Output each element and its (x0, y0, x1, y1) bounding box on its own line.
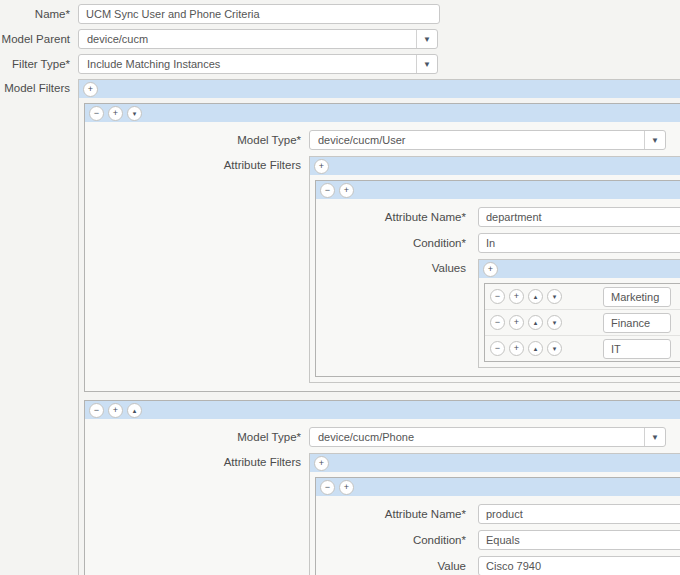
model-type-row: Model Type* device/cucm/User ▼ (85, 130, 680, 150)
model-type-value: device/cucm/Phone (310, 428, 644, 446)
values-add-bar: + (479, 260, 680, 278)
model-filter-item-toolbar: − + ▴ (85, 401, 680, 419)
attribute-filter-item: − + Attribute Name* Conditio (315, 477, 680, 575)
model-type-label: Model Type* (85, 130, 309, 150)
add-attribute-filter-button[interactable]: + (314, 456, 329, 471)
attribute-name-label: Attribute Name* (316, 504, 478, 524)
add-item-button[interactable]: + (339, 480, 354, 495)
model-filter-item-phone: − + ▴ Model Type* device/cucm/Phone ▼ At… (84, 400, 680, 575)
value-row-finance: − + ▴ ▾ (485, 310, 680, 336)
move-down-button[interactable]: ▾ (547, 315, 562, 330)
add-item-button[interactable]: + (339, 183, 354, 198)
filter-type-row: Filter Type* Include Matching Instances … (0, 54, 680, 74)
move-down-button[interactable]: ▾ (547, 341, 562, 356)
model-parent-label: Model Parent (0, 29, 78, 49)
condition-label: Condition* (316, 530, 478, 550)
remove-item-button[interactable]: − (320, 183, 335, 198)
value-input[interactable] (603, 287, 671, 307)
move-down-button[interactable]: ▾ (547, 289, 562, 304)
model-filter-item-body: Model Type* device/cucm/Phone ▼ Attribut… (85, 419, 680, 575)
remove-value-button[interactable]: − (490, 341, 505, 356)
add-value-button[interactable]: + (483, 262, 498, 277)
remove-item-button[interactable]: − (89, 403, 104, 418)
model-parent-select[interactable]: device/cucm ▼ (78, 29, 438, 49)
remove-value-button[interactable]: − (490, 315, 505, 330)
add-model-filter-button[interactable]: + (83, 82, 98, 97)
model-type-select[interactable]: device/cucm/User ▼ (309, 130, 666, 150)
remove-item-button[interactable]: − (89, 106, 104, 121)
attribute-filter-body: Attribute Name* Condition* Value (316, 496, 680, 575)
add-attribute-filter-button[interactable]: + (314, 159, 329, 174)
filter-criteria-form: Name* Model Parent device/cucm ▼ Filter … (0, 0, 680, 575)
name-row: Name* (0, 4, 680, 24)
condition-input[interactable] (478, 530, 680, 550)
attribute-filters-add-bar: + (310, 454, 680, 472)
model-parent-value: device/cucm (79, 30, 416, 48)
chevron-down-icon: ▼ (644, 131, 665, 149)
model-filters-row: Model Filters + − + ▾ Model Type* device… (0, 79, 680, 575)
value-label: Value (316, 556, 478, 575)
add-value-button[interactable]: + (509, 341, 524, 356)
condition-input[interactable] (478, 233, 680, 253)
add-value-button[interactable]: + (509, 289, 524, 304)
chevron-down-icon: ▼ (416, 30, 437, 48)
attribute-filters-label: Attribute Filters (85, 156, 309, 174)
value-row-it: − + ▴ ▾ (485, 336, 680, 361)
attribute-filters-label: Attribute Filters (85, 453, 309, 471)
value-input[interactable] (603, 339, 671, 359)
attribute-filters-row: Attribute Filters + − + (85, 453, 680, 575)
condition-label: Condition* (316, 233, 478, 253)
value-row-marketing: − + ▴ ▾ (485, 284, 680, 310)
attribute-name-label: Attribute Name* (316, 207, 478, 227)
remove-item-button[interactable]: − (320, 480, 335, 495)
model-filters-add-bar: + (79, 80, 680, 98)
model-type-label: Model Type* (85, 427, 309, 447)
move-up-button[interactable]: ▴ (528, 341, 543, 356)
filter-type-value: Include Matching Instances (79, 55, 416, 73)
move-up-button[interactable]: ▴ (528, 315, 543, 330)
attribute-filters-group: + − + Attribute Name* (309, 453, 680, 575)
model-type-select[interactable]: device/cucm/Phone ▼ (309, 427, 666, 447)
model-filter-item-body: Model Type* device/cucm/User ▼ Attribute… (85, 122, 680, 391)
model-parent-row: Model Parent device/cucm ▼ (0, 29, 680, 49)
attribute-filter-item: − + Attribute Name* Conditio (315, 180, 680, 377)
attribute-filter-toolbar: − + (316, 478, 680, 496)
name-input[interactable] (78, 4, 440, 24)
model-type-value: device/cucm/User (310, 131, 644, 149)
condition-row: Condition* (316, 233, 680, 253)
model-type-row: Model Type* device/cucm/Phone ▼ (85, 427, 680, 447)
remove-value-button[interactable]: − (490, 289, 505, 304)
model-filters-group: + − + ▾ Model Type* device/cucm/User ▼ (78, 79, 680, 575)
value-input[interactable] (603, 313, 671, 333)
filter-type-label: Filter Type* (0, 54, 78, 74)
attribute-filter-body: Attribute Name* Condition* Values (316, 199, 680, 376)
move-up-button[interactable]: ▴ (528, 289, 543, 304)
attribute-filters-row: Attribute Filters + − + (85, 156, 680, 383)
filter-type-select[interactable]: Include Matching Instances ▼ (78, 54, 438, 74)
values-group: + − + ▴ ▾ (478, 259, 680, 368)
model-filter-item-toolbar: − + ▾ (85, 104, 680, 122)
chevron-down-icon: ▼ (416, 55, 437, 73)
add-item-button[interactable]: + (108, 403, 123, 418)
chevron-down-icon: ▼ (644, 428, 665, 446)
add-value-button[interactable]: + (509, 315, 524, 330)
model-filter-item-user: − + ▾ Model Type* device/cucm/User ▼ Att… (84, 103, 680, 392)
move-up-button[interactable]: ▴ (127, 403, 142, 418)
values-label: Values (316, 259, 478, 277)
attribute-filter-toolbar: − + (316, 181, 680, 199)
model-filters-label: Model Filters (0, 79, 78, 97)
value-row: Value (316, 556, 680, 575)
value-input[interactable] (478, 556, 680, 575)
attribute-filters-add-bar: + (310, 157, 680, 175)
attribute-name-row: Attribute Name* (316, 504, 680, 524)
move-down-button[interactable]: ▾ (127, 106, 142, 121)
name-label: Name* (0, 4, 78, 24)
attribute-name-input[interactable] (478, 504, 680, 524)
values-row: Values + − (316, 259, 680, 368)
values-list-panel: − + ▴ ▾ − (484, 283, 680, 362)
condition-row: Condition* (316, 530, 680, 550)
add-item-button[interactable]: + (108, 106, 123, 121)
attribute-filters-group: + − + Attribute Name* (309, 156, 680, 383)
attribute-name-input[interactable] (478, 207, 680, 227)
attribute-name-row: Attribute Name* (316, 207, 680, 227)
